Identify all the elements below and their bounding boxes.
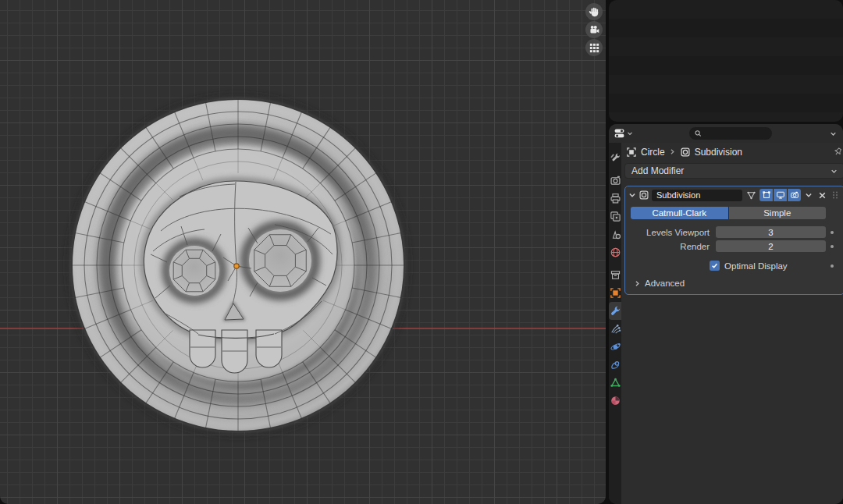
breadcrumb: Circle Subdivision	[621, 143, 843, 161]
modifier-display-toggles	[759, 189, 801, 201]
tab-material[interactable]	[609, 392, 621, 410]
edit-mode-toggle[interactable]	[759, 189, 773, 201]
chevron-down-icon	[830, 130, 837, 137]
orthographic-toggle-button[interactable]	[585, 39, 603, 56]
tab-tool[interactable]	[609, 149, 621, 167]
chevron-right-icon	[669, 148, 676, 155]
chevron-down-icon	[805, 191, 813, 199]
delete-modifier-button[interactable]	[816, 189, 827, 201]
world-properties-icon	[610, 247, 621, 258]
search-icon	[695, 130, 702, 137]
optimal-display-label: Optimal Display	[724, 261, 826, 271]
hand-icon	[589, 6, 599, 17]
chevron-right-icon	[634, 280, 641, 287]
grid-icon	[589, 43, 599, 53]
drag-handle[interactable]	[830, 189, 841, 201]
advanced-label: Advanced	[645, 279, 685, 288]
breadcrumb-object-name[interactable]: Circle	[641, 147, 665, 158]
particles-properties-icon	[610, 323, 621, 335]
outliner-area[interactable]	[609, 0, 843, 122]
subdivision-algorithm-segmented: Catmull-Clark Simple	[631, 207, 826, 219]
simple-option[interactable]: Simple	[728, 207, 827, 219]
add-modifier-label: Add Modifier	[631, 165, 684, 176]
collection-properties-icon	[610, 269, 621, 281]
tab-physics[interactable]	[609, 338, 621, 356]
object-properties-icon	[610, 287, 621, 299]
tab-modifiers[interactable]	[609, 302, 621, 320]
levels-viewport-label: Levels Viewport	[631, 228, 716, 237]
camera-icon	[589, 24, 599, 35]
monitor-icon	[776, 190, 785, 200]
tab-object[interactable]	[609, 284, 621, 302]
modifier-extras-dropdown[interactable]	[803, 189, 814, 201]
tab-output[interactable]	[609, 190, 621, 208]
grip-dots-icon	[831, 190, 839, 200]
editor-type-button[interactable]	[612, 127, 635, 140]
tool-icon	[610, 152, 621, 164]
checkmark-icon	[711, 262, 718, 269]
animate-property-dot[interactable]	[831, 231, 834, 234]
realtime-display-toggle[interactable]	[773, 189, 787, 201]
tab-view-layer[interactable]	[609, 208, 621, 225]
tab-collection[interactable]	[609, 266, 621, 284]
render-levels-label: Render	[631, 242, 716, 251]
animate-property-dot[interactable]	[831, 245, 834, 248]
tab-scene[interactable]	[609, 225, 621, 243]
render-camera-icon	[790, 190, 799, 200]
catmull-clark-option[interactable]: Catmull-Clark	[631, 207, 728, 219]
search-wrap	[635, 127, 826, 140]
advanced-subpanel-header[interactable]: Advanced	[634, 279, 838, 288]
render-levels-field[interactable]: 2	[716, 240, 826, 252]
output-properties-icon	[610, 193, 621, 204]
pin-icon	[833, 147, 843, 157]
search-input[interactable]	[704, 129, 766, 138]
breadcrumb-modifier-name[interactable]: Subdivision	[695, 147, 742, 158]
object-data-properties-icon	[610, 377, 621, 389]
modifier-name-input[interactable]	[652, 190, 742, 201]
optimal-display-checkbox[interactable]	[710, 261, 720, 271]
pan-view-button[interactable]	[585, 3, 603, 20]
object-icon	[626, 147, 637, 158]
coin-mesh[interactable]	[69, 97, 407, 434]
edit-mode-icon	[762, 190, 771, 200]
on-cage-icon	[746, 190, 756, 201]
scene-properties-icon	[610, 229, 621, 240]
close-icon	[818, 191, 827, 200]
object-origin-dot[interactable]	[234, 264, 239, 268]
view-layer-properties-icon	[610, 211, 621, 222]
tab-object-data[interactable]	[609, 374, 621, 392]
subdivision-modifier-icon	[638, 190, 649, 201]
filter-dropdown-button[interactable]	[826, 127, 840, 140]
tab-particles[interactable]	[609, 320, 621, 338]
tab-constraints[interactable]	[609, 356, 621, 374]
subdivision-modifier-icon	[680, 147, 691, 158]
animate-property-dot[interactable]	[831, 264, 834, 268]
on-cage-toggle[interactable]	[745, 189, 757, 201]
render-properties-icon	[610, 175, 621, 186]
pin-button[interactable]	[833, 147, 843, 157]
render-toggle[interactable]	[787, 189, 801, 201]
3d-viewport[interactable]	[0, 0, 606, 504]
tab-world[interactable]	[609, 243, 621, 261]
expand-chevron-icon[interactable]	[628, 191, 636, 199]
modifiers-wrench-icon	[609, 305, 621, 318]
constraints-properties-icon	[610, 359, 621, 371]
material-properties-icon	[610, 395, 621, 406]
properties-header	[609, 124, 843, 143]
render-levels-row: Render 2	[631, 240, 838, 252]
properties-tab-strip	[609, 143, 621, 504]
camera-view-button[interactable]	[585, 21, 603, 38]
optimal-display-row: Optimal Display	[631, 260, 838, 272]
modifier-panel-header	[625, 186, 843, 203]
properties-content: Add Modifier	[621, 161, 843, 295]
levels-viewport-row: Levels Viewport 3	[631, 226, 838, 238]
tab-render[interactable]	[609, 172, 621, 190]
chevron-down-icon	[831, 168, 838, 175]
viewport-scene	[0, 0, 606, 504]
modifier-panel-body: Catmull-Clark Simple Levels Viewport 3 R…	[625, 203, 843, 291]
properties-editor-icon	[614, 128, 626, 139]
add-modifier-button[interactable]: Add Modifier	[624, 163, 843, 179]
chevron-down-icon	[627, 130, 633, 137]
levels-viewport-field[interactable]: 3	[716, 226, 826, 238]
search-box[interactable]	[689, 127, 772, 140]
